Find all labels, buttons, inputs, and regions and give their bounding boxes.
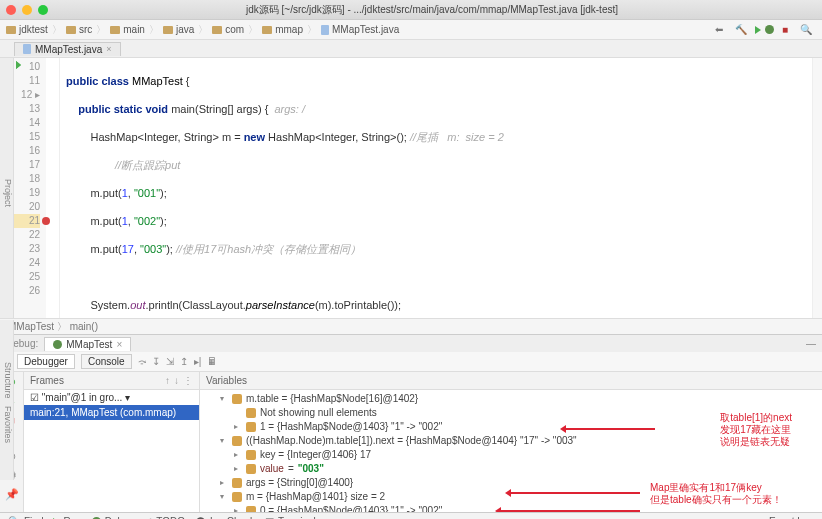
prev-frame-icon[interactable]: ↑ xyxy=(165,375,170,386)
breadcrumb-item[interactable]: MMapTest.java xyxy=(321,24,399,35)
left-toolwindow-strip[interactable]: Structure Favorites xyxy=(0,320,14,480)
breadcrumb-item[interactable]: main xyxy=(110,24,145,35)
code-editor[interactable]: public class MMapTest { public static vo… xyxy=(60,58,812,318)
thread-selector[interactable]: ☑ "main"@1 in gro... ▾ xyxy=(24,390,199,405)
arrow-icon xyxy=(565,428,655,430)
folder-icon xyxy=(110,26,120,34)
build-button[interactable]: 🔨 xyxy=(731,23,751,36)
java-file-icon xyxy=(23,44,31,54)
stack-frame[interactable]: main:21, MMapTest (com.mmap) xyxy=(24,405,199,420)
window-controls[interactable] xyxy=(6,5,48,15)
variable-row[interactable]: ▾ m.table = {HashMap$Node[16]@1402} xyxy=(206,392,816,406)
breadcrumb-item[interactable]: java xyxy=(163,24,194,35)
window-title: jdk源码 [~/src/jdk源码] - .../jdktest/src/ma… xyxy=(48,3,816,17)
close-window-icon[interactable] xyxy=(6,5,16,15)
step-over-icon[interactable]: ⤼ xyxy=(138,356,146,367)
run-to-cursor-icon[interactable]: ▸| xyxy=(194,356,202,367)
close-tab-icon[interactable]: × xyxy=(106,44,111,54)
editor-area: Project 10 11 12 ▸ 13 14 15 16 17 18 19 … xyxy=(0,58,822,318)
variable-row[interactable]: ▸ key = {Integer@1406} 17 xyxy=(206,448,816,462)
zoom-window-icon[interactable] xyxy=(38,5,48,15)
folder-icon xyxy=(163,26,173,34)
variables-header: Variables xyxy=(200,372,822,390)
console-tab[interactable]: Console xyxy=(81,354,132,369)
editor-tab[interactable]: MMapTest.java × xyxy=(14,42,121,56)
folder-icon xyxy=(212,26,222,34)
editor-tabs: MMapTest.java × xyxy=(0,40,822,58)
close-icon[interactable]: × xyxy=(116,339,122,350)
minimize-window-icon[interactable] xyxy=(22,5,32,15)
next-frame-icon[interactable]: ↓ xyxy=(174,375,179,386)
breadcrumb-item[interactable]: jdktest xyxy=(6,24,48,35)
force-step-into-icon[interactable]: ⇲ xyxy=(166,356,174,367)
folder-icon xyxy=(262,26,272,34)
annotation: 取table[1]的next 发现17藏在这里 说明是链表无疑 xyxy=(720,412,792,448)
frames-pane: Frames ↑↓⋮ ☑ "main"@1 in gro... ▾ main:2… xyxy=(24,372,200,512)
arrow-icon xyxy=(510,492,640,494)
tab-label: MMapTest.java xyxy=(35,44,102,55)
debug-icon[interactable] xyxy=(765,25,774,34)
pin-icon[interactable]: 📌 xyxy=(5,488,19,501)
debug-body: ↻ ▸ ■ ● ⊘ ⚙ 📌 Frames ↑↓⋮ ☑ "main"@1 in g… xyxy=(0,372,822,512)
evaluate-icon[interactable]: 🖩 xyxy=(207,356,217,367)
debug-toolwindow-tabs: Debug: MMapTest × — xyxy=(0,334,822,352)
bug-icon xyxy=(53,340,62,349)
breadcrumb-item[interactable]: src xyxy=(66,24,92,35)
frames-menu-icon[interactable]: ⋮ xyxy=(183,375,193,386)
annotation: Map里确实有1和17俩key 但是table确实只有一个元素！ xyxy=(650,482,782,506)
variables-tree[interactable]: 取table[1]的next 发现17藏在这里 说明是链表无疑 Map里确实有1… xyxy=(200,390,822,512)
arrow-icon xyxy=(500,510,640,512)
error-stripe[interactable] xyxy=(812,58,822,318)
folder-icon xyxy=(6,26,16,34)
gutter-icon-strip xyxy=(46,58,60,318)
debug-run-tab[interactable]: MMapTest × xyxy=(44,337,131,351)
back-button[interactable]: ⬅ xyxy=(711,23,727,36)
breadcrumb-item[interactable]: mmap xyxy=(262,24,303,35)
file-icon xyxy=(321,25,329,35)
stop-button[interactable]: ■ xyxy=(778,23,792,36)
run-icon[interactable] xyxy=(755,26,761,34)
breadcrumb-item[interactable]: com xyxy=(212,24,244,35)
bottom-toolwindows: 🔍 Find Run Debug ✔ TODO ⬤ LuaCheck ▣ Ter… xyxy=(0,512,822,519)
breadcrumb-bar: jdktest〉 src〉 main〉 java〉 com〉 mmap〉 MMa… xyxy=(0,20,822,40)
search-icon[interactable]: 🔍 xyxy=(796,23,816,36)
project-toolwindow-tab[interactable]: Project xyxy=(0,58,14,318)
step-out-icon[interactable]: ↥ xyxy=(180,356,188,367)
editor-breadcrumb[interactable]: MMapTest 〉 main() xyxy=(0,318,822,334)
line-gutter[interactable]: 10 11 12 ▸ 13 14 15 16 17 18 19 20 21 22… xyxy=(14,58,46,318)
folder-icon xyxy=(66,26,76,34)
debugger-tab[interactable]: Debugger xyxy=(17,354,75,369)
debug-toolbar: ▸ Debugger Console ⤼ ↧ ⇲ ↥ ▸| 🖩 xyxy=(0,352,822,372)
hide-toolwindow-icon[interactable]: — xyxy=(800,338,822,349)
toolbar-right: ⬅ 🔨 ■ 🔍 xyxy=(711,23,816,36)
step-into-icon[interactable]: ↧ xyxy=(152,356,160,367)
variable-row[interactable]: ▸ value = "003" xyxy=(206,462,816,476)
frames-header: Frames ↑↓⋮ xyxy=(24,372,199,390)
variables-pane: Variables 取table[1]的next 发现17藏在这里 说明是链表无… xyxy=(200,372,822,512)
titlebar: jdk源码 [~/src/jdk源码] - .../jdktest/src/ma… xyxy=(0,0,822,20)
